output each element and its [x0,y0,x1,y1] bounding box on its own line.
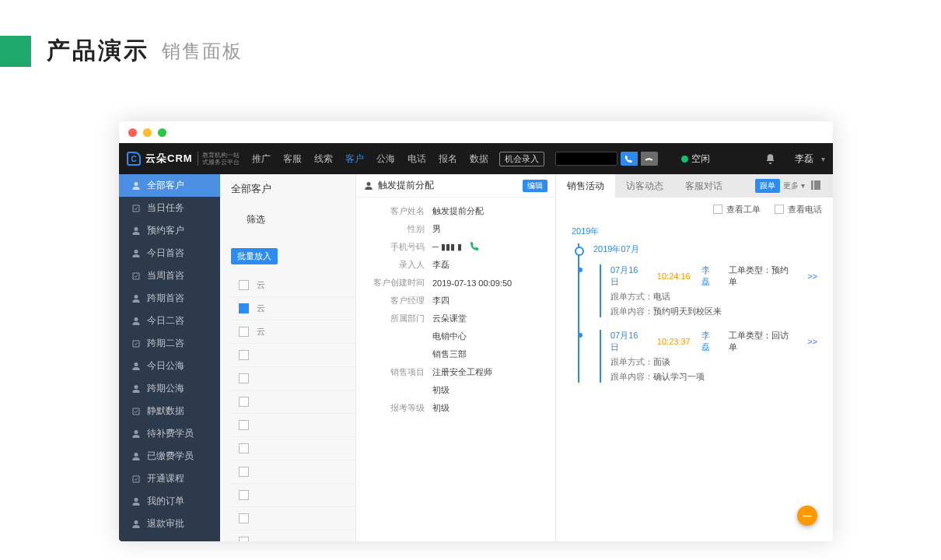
nav-item-7[interactable]: 数据 [470,152,488,166]
more-button[interactable]: 更多 ▾ [783,180,805,191]
main-area: 全部客户 筛选 批量放入 云云云 触发提前分配 编辑 客户姓名触发提前分配性别男… [220,174,833,541]
logo-subtext: 教育机构一站式服务云平台 [198,152,240,166]
logo-icon: C [127,152,141,166]
page-title-row: 产品演示 销售面板 [0,35,941,67]
activity-tab-0[interactable]: 销售活动 [556,174,615,198]
sidebar-item-15[interactable]: 退款审批 [119,513,220,535]
card-expand[interactable]: >> [807,271,817,281]
trace-button[interactable]: 跟单 [755,179,780,193]
detail-row: 电销中心 [364,327,547,345]
sidebar-item-9[interactable]: 跨期公海 [119,377,220,400]
row-checkbox[interactable] [239,350,249,360]
view-call-checkbox[interactable]: 查看电话 [775,204,822,215]
detail-row: 客户姓名触发提前分配 [364,202,547,220]
panel-collapse-icon[interactable] [810,179,827,194]
detail-value: 初级 [432,402,450,414]
close-icon[interactable] [128,128,137,137]
logo-text: 云朵CRM [145,152,193,166]
card-time: 10:23:37 [657,337,691,346]
sidebar-label: 全部客户 [147,179,184,192]
sidebar-item-1[interactable]: 当日任务 [119,197,220,219]
sidebar-icon [131,384,141,394]
detail-value: 初级 [432,384,450,396]
view-order-checkbox[interactable]: 查看工单 [713,204,761,215]
status-dot-icon [681,156,688,163]
sidebar-label: 跨期二咨 [147,337,184,350]
sidebar-icon [131,429,141,439]
detail-value: 李四 [432,295,450,306]
card-expand[interactable]: >> [807,337,817,346]
row-checkbox[interactable] [239,513,249,523]
activity-tab-1[interactable]: 访客动态 [615,174,674,198]
detail-value: 销售三部 [432,348,467,360]
detail-label: 销售项目 [364,366,425,378]
row-checkbox[interactable] [239,467,249,477]
call-button[interactable] [621,152,638,166]
sidebar-item-5[interactable]: 跨期首咨 [119,287,220,310]
sidebar-item-11[interactable]: 待补费学员 [119,422,220,445]
batch-button[interactable]: 批量放入 [231,248,278,264]
phone-input[interactable] [555,152,617,166]
hangup-button[interactable] [641,152,658,166]
bell-icon[interactable] [764,153,776,165]
username[interactable]: 李磊 [795,152,813,166]
sidebar-item-10[interactable]: 静默数据 [119,400,220,422]
sidebar-icon [131,452,141,461]
sidebar-item-12[interactable]: 已缴费学员 [119,445,220,467]
sidebar-label: 待补费学员 [147,427,194,440]
sidebar-item-13[interactable]: 开通课程 [119,467,220,490]
row-checkbox[interactable] [239,443,249,453]
nav-item-1[interactable]: 客服 [283,152,302,166]
sidebar-item-8[interactable]: 今日公海 [119,355,220,377]
row-checkbox[interactable] [239,327,249,337]
maximize-icon[interactable] [158,128,166,137]
nav-item-5[interactable]: 电话 [408,152,426,166]
detail-value: 云朵课堂 [432,313,467,324]
phone-icon[interactable] [470,241,480,253]
sidebar-icon [131,181,141,191]
edit-button[interactable]: 编辑 [523,180,547,192]
activity-tab-2[interactable]: 客服对话 [674,174,733,198]
opportunity-button[interactable]: 机会录入 [499,152,544,166]
nav-item-3[interactable]: 客户 [345,152,364,166]
sidebar-item-4[interactable]: 当周首咨 [119,264,220,287]
chevron-down-icon[interactable]: ▾ [821,155,825,163]
minimize-icon[interactable] [143,128,152,137]
timeline-month: 2019年07月 [593,243,817,255]
row-checkbox[interactable] [239,280,249,290]
row-checkbox[interactable] [239,420,249,430]
sidebar-item-14[interactable]: 我的订单 [119,490,220,513]
sidebar-icon [131,249,141,258]
sidebar-icon [131,474,141,484]
row-checkbox[interactable] [239,373,249,383]
nav-item-4[interactable]: 公海 [376,152,395,166]
nav-item-0[interactable]: 推广 [252,152,271,166]
fab-button[interactable]: — [797,506,817,526]
page-title: 产品演示 [47,35,149,67]
row-checkbox[interactable] [239,490,249,500]
sidebar-item-6[interactable]: 今日二咨 [119,310,220,332]
nav-item-6[interactable]: 报名 [439,152,457,166]
row-checkbox[interactable] [239,303,249,313]
detail-row: 手机号码─ ▮▮▮ ▮ [364,238,547,256]
row-checkbox[interactable] [239,537,249,541]
sidebar-item-3[interactable]: 今日首咨 [119,242,220,264]
sidebar-icon [131,362,141,371]
detail-panel: 触发提前分配 编辑 客户姓名触发提前分配性别男手机号码─ ▮▮▮ ▮录入人李磊客… [355,174,556,541]
row-checkbox[interactable] [239,397,249,407]
app-window: C 云朵CRM 教育机构一站式服务云平台 推广客服线索客户公海电话报名数据 机会… [119,121,833,541]
nav-item-2[interactable]: 线索 [314,152,333,166]
activity-panel: 销售活动访客动态客服对话 跟单 更多 ▾ 查看工单 查看电话 2019年 201… [556,174,833,541]
sidebar-label: 当周首咨 [147,269,184,282]
sidebar-item-2[interactable]: 预约客户 [119,219,220,242]
card-detail: 跟单方式：电话 [610,291,817,303]
status-text: 空闲 [691,152,710,166]
detail-label: 录入人 [364,259,425,271]
timeline: 2019年 2019年07月 07月16日10:24:16李磊工单类型：预约单>… [556,221,833,400]
detail-value: 男 [432,223,441,235]
sidebar-item-7[interactable]: 跨期二咨 [119,332,220,355]
card-author: 李磊 [701,330,719,353]
sidebar-label: 开通课程 [147,472,184,485]
sidebar-item-0[interactable]: 全部客户 [119,174,220,197]
detail-value: 2019-07-13 00:09:50 [432,278,512,288]
